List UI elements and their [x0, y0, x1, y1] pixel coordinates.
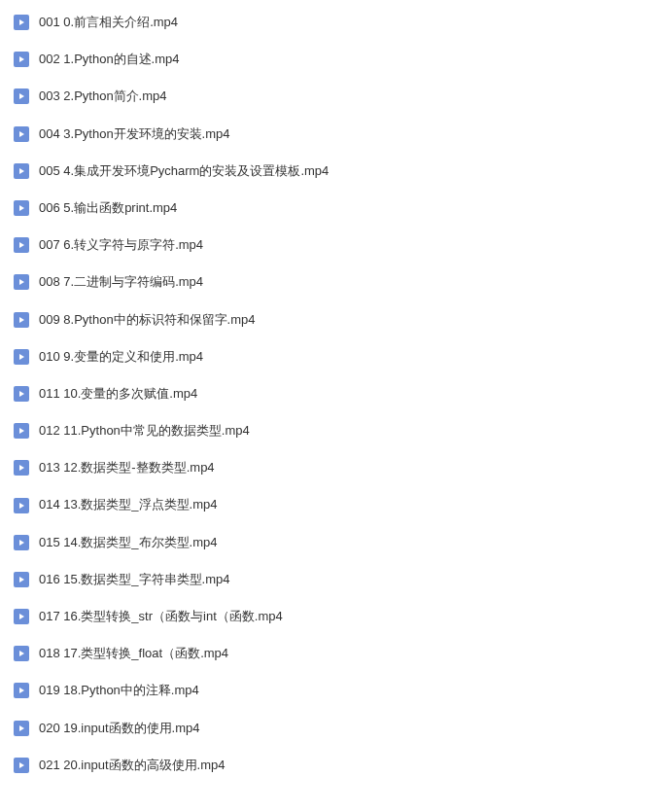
video-file-icon [14, 274, 29, 290]
file-name-label: 002 1.Python的自述.mp4 [39, 51, 180, 68]
video-file-icon [14, 423, 29, 439]
file-list: 001 0.前言相关介绍.mp4 002 1.Python的自述.mp4 003… [0, 0, 660, 788]
video-file-icon [14, 88, 29, 104]
file-name-label: 018 17.类型转换_float（函数.mp4 [39, 645, 228, 662]
file-item[interactable]: 009 8.Python中的标识符和保留字.mp4 [0, 301, 660, 338]
file-name-label: 013 12.数据类型-整数类型.mp4 [39, 459, 215, 477]
file-name-label: 014 13.数据类型_浮点类型.mp4 [39, 496, 218, 513]
video-file-icon [14, 312, 29, 328]
video-file-icon [14, 126, 29, 142]
file-name-label: 001 0.前言相关介绍.mp4 [39, 14, 178, 31]
video-file-icon [14, 646, 29, 661]
video-file-icon [14, 758, 29, 773]
file-name-label: 010 9.变量的定义和使用.mp4 [39, 348, 203, 366]
file-item[interactable]: 004 3.Python开发环境的安装.mp4 [0, 116, 660, 153]
file-item[interactable]: 007 6.转义字符与原字符.mp4 [0, 227, 660, 264]
file-item[interactable]: 010 9.变量的定义和使用.mp4 [0, 338, 660, 375]
file-name-label: 007 6.转义字符与原字符.mp4 [39, 236, 203, 254]
file-item[interactable]: 018 17.类型转换_float（函数.mp4 [0, 635, 660, 672]
video-file-icon [14, 163, 29, 179]
file-name-label: 016 15.数据类型_字符串类型.mp4 [39, 571, 230, 588]
file-item[interactable]: 006 5.输出函数print.mp4 [0, 190, 660, 227]
file-name-label: 019 18.Python中的注释.mp4 [39, 682, 199, 699]
video-file-icon [14, 200, 29, 216]
file-name-label: 015 14.数据类型_布尔类型.mp4 [39, 534, 218, 551]
file-item[interactable]: 014 13.数据类型_浮点类型.mp4 [0, 486, 660, 523]
file-name-label: 017 16.类型转换_str（函数与int（函数.mp4 [39, 608, 283, 625]
video-file-icon [14, 609, 29, 624]
file-name-label: 005 4.集成开发环境Pycharm的安装及设置模板.mp4 [39, 162, 329, 180]
file-name-label: 004 3.Python开发环境的安装.mp4 [39, 125, 230, 143]
video-file-icon [14, 237, 29, 253]
file-name-label: 006 5.输出函数print.mp4 [39, 199, 177, 217]
file-item[interactable]: 008 7.二进制与字符编码.mp4 [0, 264, 660, 300]
file-item[interactable]: 003 2.Python简介.mp4 [0, 78, 660, 115]
file-name-label: 012 11.Python中常见的数据类型.mp4 [39, 422, 250, 440]
video-file-icon [14, 52, 29, 67]
video-file-icon [14, 498, 29, 513]
file-name-label: 003 2.Python简介.mp4 [39, 88, 167, 105]
file-item[interactable]: 020 19.input函数的使用.mp4 [0, 710, 660, 747]
video-file-icon [14, 460, 29, 476]
file-item[interactable]: 013 12.数据类型-整数类型.mp4 [0, 449, 660, 486]
video-file-icon [14, 349, 29, 365]
file-name-label: 020 19.input函数的使用.mp4 [39, 720, 199, 737]
video-file-icon [14, 683, 29, 698]
video-file-icon [14, 535, 29, 550]
file-item[interactable]: 005 4.集成开发环境Pycharm的安装及设置模板.mp4 [0, 153, 660, 190]
file-item[interactable]: 002 1.Python的自述.mp4 [0, 41, 660, 78]
video-file-icon [14, 721, 29, 736]
file-item[interactable]: 017 16.类型转换_str（函数与int（函数.mp4 [0, 598, 660, 635]
file-item[interactable]: 019 18.Python中的注释.mp4 [0, 672, 660, 709]
video-file-icon [14, 15, 29, 30]
file-item[interactable]: 012 11.Python中常见的数据类型.mp4 [0, 412, 660, 449]
file-item[interactable]: 021 20.input函数的高级使用.mp4 [0, 747, 660, 784]
file-item[interactable]: 001 0.前言相关介绍.mp4 [0, 4, 660, 41]
file-item[interactable]: 011 10.变量的多次赋值.mp4 [0, 375, 660, 412]
file-item[interactable]: 016 15.数据类型_字符串类型.mp4 [0, 561, 660, 598]
video-file-icon [14, 572, 29, 587]
file-name-label: 008 7.二进制与字符编码.mp4 [39, 273, 203, 291]
file-item[interactable]: 015 14.数据类型_布尔类型.mp4 [0, 524, 660, 561]
file-name-label: 009 8.Python中的标识符和保留字.mp4 [39, 311, 256, 329]
file-name-label: 021 20.input函数的高级使用.mp4 [39, 757, 225, 774]
file-name-label: 011 10.变量的多次赋值.mp4 [39, 385, 197, 403]
video-file-icon [14, 386, 29, 402]
